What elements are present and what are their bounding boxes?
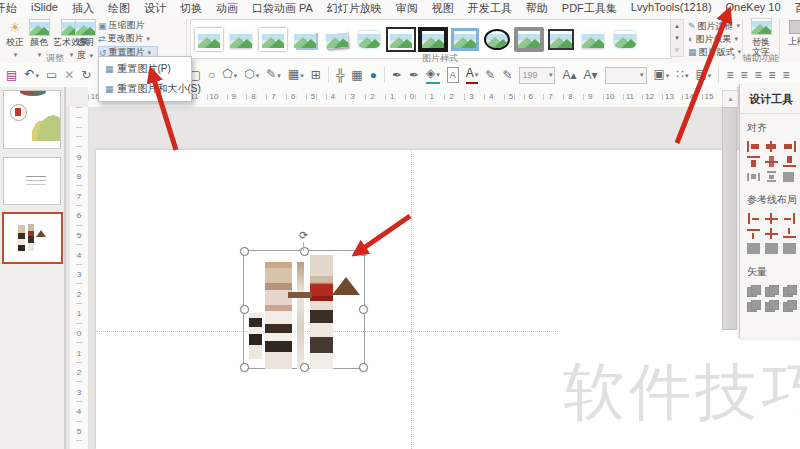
picture-shape-tool-icon[interactable]: ▦▾ bbox=[288, 67, 304, 83]
menu-item-reset-picture-and-size[interactable]: ▦ 重置图片和大小(S) bbox=[99, 79, 191, 99]
vector-union-icon[interactable] bbox=[747, 285, 760, 296]
resize-handle[interactable] bbox=[240, 305, 249, 314]
align-bottom-icon[interactable] bbox=[783, 156, 796, 167]
equal-size-icon[interactable] bbox=[783, 171, 796, 182]
highlight-pen-1-icon[interactable]: ✎ bbox=[485, 68, 495, 82]
slide-thumbnail-2[interactable] bbox=[3, 157, 61, 205]
picture-effects-button[interactable]: ◐ 图片效果 ▾ bbox=[688, 33, 742, 45]
menu-item-reset-picture[interactable]: ▦ 重置图片(P) bbox=[99, 59, 191, 79]
tab-11[interactable]: 开发工具 bbox=[461, 0, 519, 17]
resize-handle[interactable] bbox=[300, 247, 309, 256]
tab-12[interactable]: 帮助 bbox=[519, 0, 555, 17]
guide-box-3-icon[interactable] bbox=[783, 243, 796, 254]
undo-icon[interactable]: ↶▾ bbox=[24, 67, 39, 83]
style-combo[interactable]: ▾ bbox=[605, 67, 647, 84]
character-spacing-icon[interactable]: ∷▾ bbox=[676, 67, 688, 83]
compress-picture-button[interactable]: ▣ 压缩图片 bbox=[98, 20, 154, 31]
vertical-scrollbar-thumb[interactable] bbox=[722, 107, 737, 330]
tab-14[interactable]: LvyhTools(1218) bbox=[624, 0, 719, 17]
align-top-icon[interactable] bbox=[747, 156, 760, 167]
selected-picture[interactable]: ⟳ bbox=[243, 250, 365, 369]
picture-style-1-mat[interactable] bbox=[194, 23, 224, 55]
slide[interactable]: 软件技巧 bbox=[96, 150, 800, 449]
rotation-handle[interactable]: ⟳ bbox=[297, 229, 310, 242]
picture-style-2-plain[interactable] bbox=[226, 23, 256, 55]
resize-handle[interactable] bbox=[300, 363, 309, 372]
slideshow-preview-icon[interactable]: ▭ bbox=[46, 68, 57, 82]
picture-style-7-black-mat[interactable] bbox=[386, 23, 416, 55]
vector-intersect-icon[interactable] bbox=[747, 300, 760, 311]
decrease-font-icon[interactable]: A▾ bbox=[583, 68, 597, 82]
align-left-icon[interactable]: ≡ bbox=[726, 68, 733, 82]
picture-style-6-soft[interactable] bbox=[354, 23, 384, 55]
dialog-launcher-icon[interactable]: ⌟ bbox=[732, 51, 736, 60]
character-border-icon[interactable]: A bbox=[447, 67, 459, 83]
tab-5[interactable]: 切换 bbox=[173, 0, 209, 17]
tab-6[interactable]: 动画 bbox=[209, 0, 245, 17]
picture-style-3-mat[interactable] bbox=[258, 23, 288, 55]
picture-style-12-black-thin[interactable] bbox=[546, 23, 576, 55]
align-middle-icon[interactable] bbox=[765, 156, 778, 167]
tab-10[interactable]: 视图 bbox=[425, 0, 461, 17]
resize-handle[interactable] bbox=[240, 363, 249, 372]
tab-8[interactable]: 幻灯片放映 bbox=[320, 0, 389, 17]
tab-15[interactable]: OneKey 10 bbox=[719, 0, 788, 17]
tab-4[interactable]: 设计 bbox=[137, 0, 173, 17]
slide-thumbnail-1[interactable] bbox=[3, 90, 61, 149]
vector-subtract-icon[interactable] bbox=[765, 300, 778, 311]
guide-box-1-icon[interactable] bbox=[747, 243, 760, 254]
picture-style-4-blue-shadow[interactable] bbox=[290, 23, 320, 55]
guide-left-icon[interactable] bbox=[747, 213, 760, 224]
vector-combine-icon[interactable] bbox=[765, 285, 778, 296]
vector-crop-icon[interactable] bbox=[783, 300, 796, 311]
guide-box-2-icon[interactable] bbox=[765, 243, 778, 254]
shape-tool-2-icon[interactable]: ⬡▾ bbox=[244, 67, 259, 83]
crop-tool-icon[interactable]: ╬ bbox=[336, 68, 345, 82]
resize-handle[interactable] bbox=[359, 247, 368, 256]
resize-handle[interactable] bbox=[359, 363, 368, 372]
gallery-scroll-up-icon[interactable]: ▴ bbox=[675, 22, 679, 30]
picture-style-11-metal[interactable] bbox=[514, 23, 544, 55]
tab-7[interactable]: 口袋动画 PA bbox=[245, 0, 320, 17]
vector-fragment-icon[interactable] bbox=[783, 285, 796, 296]
increase-font-icon[interactable]: A▴ bbox=[562, 68, 576, 82]
refresh-icon[interactable]: ↻ bbox=[81, 68, 91, 82]
guide-right-icon[interactable] bbox=[783, 213, 796, 224]
font-color-icon[interactable]: A▾ bbox=[466, 66, 479, 84]
slide-canvas-area[interactable]: 软件技巧 ⟳ bbox=[88, 107, 800, 449]
gallery-more-icon[interactable]: ▿ bbox=[675, 46, 679, 54]
slide-thumbnail-3-selected[interactable] bbox=[2, 212, 63, 264]
text-box-tool-icon[interactable]: ▣▾ bbox=[654, 67, 670, 83]
resize-handle[interactable] bbox=[359, 305, 368, 314]
distribute-text-icon[interactable]: ≡ bbox=[782, 68, 789, 82]
insert-picture-icon[interactable]: ▦ bbox=[351, 68, 362, 82]
align-center-icon[interactable] bbox=[765, 141, 778, 152]
align-right-icon[interactable] bbox=[783, 141, 796, 152]
fill-color-icon[interactable]: ◈▾ bbox=[426, 66, 440, 84]
gallery-scroll-down-icon[interactable]: ▾ bbox=[675, 34, 679, 42]
picture-style-9-blue[interactable] bbox=[450, 23, 480, 55]
justify-icon[interactable]: ≡ bbox=[768, 68, 775, 82]
guide-center-v-icon[interactable] bbox=[765, 213, 778, 224]
resize-handle[interactable] bbox=[240, 247, 249, 256]
align-left-icon[interactable] bbox=[747, 141, 760, 152]
distribute-h-icon[interactable] bbox=[747, 171, 760, 182]
close-shape-icon[interactable]: ✕ bbox=[64, 68, 74, 82]
shape-tool-1-icon[interactable]: ⬠▾ bbox=[222, 67, 237, 83]
layout-tool-icon[interactable]: ▤▾ bbox=[696, 67, 712, 83]
merge-shapes-tool-icon[interactable]: ⊞ bbox=[311, 68, 321, 82]
tab-1[interactable]: iSlide bbox=[24, 0, 65, 17]
align-right-icon[interactable]: ≡ bbox=[754, 68, 761, 82]
bring-forward-button[interactable]: 上移 bbox=[782, 19, 800, 48]
eyedropper-2-icon[interactable]: ✒ bbox=[409, 68, 419, 82]
guide-bottom-icon[interactable] bbox=[783, 228, 796, 239]
guide-top-icon[interactable] bbox=[747, 228, 760, 239]
scrollbar-up-button[interactable]: ▴ bbox=[722, 90, 739, 108]
tab-3[interactable]: 绘图 bbox=[101, 0, 137, 17]
tab-2[interactable]: 插入 bbox=[65, 0, 101, 17]
pen-shape-tool-icon[interactable]: ✎▾ bbox=[266, 67, 281, 83]
tab-16[interactable]: 百度网盘 bbox=[788, 0, 800, 17]
guide-center-h-icon[interactable] bbox=[765, 228, 778, 239]
distribute-v-icon[interactable] bbox=[765, 171, 778, 182]
font-size-combo[interactable]: 199▾ bbox=[519, 67, 555, 84]
